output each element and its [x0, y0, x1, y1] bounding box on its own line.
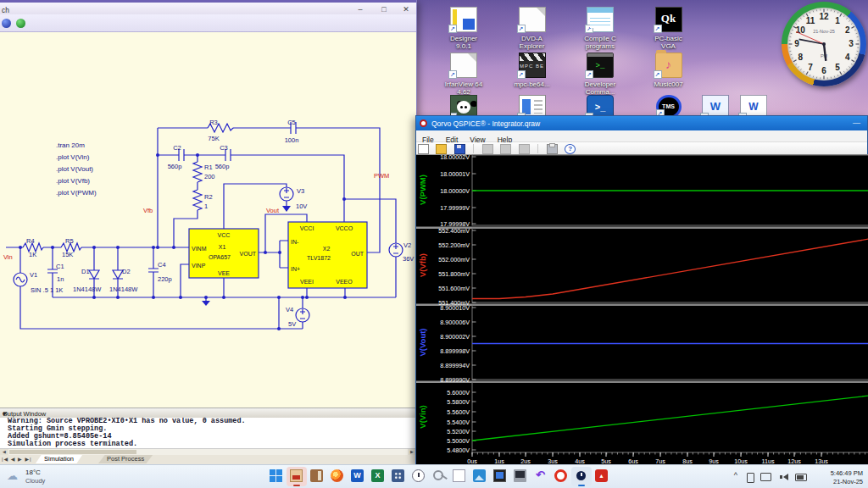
save-icon[interactable] [454, 144, 465, 154]
plot-ylabel-V(Vin): V(Vin) [418, 405, 427, 428]
output-window-header[interactable]: Output Window ▾ ✕ [0, 408, 416, 418]
output-hscrollbar[interactable]: ◀ ▶ [0, 448, 416, 455]
clock-number: 8 [798, 53, 804, 62]
taskbar-doc-button[interactable] [449, 467, 470, 486]
desktop-icon-music007[interactable]: ♪↗Music007 [638, 53, 699, 88]
close-output-icon[interactable]: ✕ [3, 410, 414, 418]
taskbar-word-button[interactable]: W [348, 467, 368, 486]
y-tick-label: 5.6000V [447, 389, 470, 396]
schematic-label: X1 [219, 244, 226, 250]
tray-chevron-icon[interactable]: ^ [734, 471, 737, 480]
clock-number: 2 [845, 25, 850, 35]
output-log[interactable]: Warning: Source VPROBE2•XI0•X1 has no va… [0, 418, 416, 448]
green-orb-icon[interactable] [16, 19, 25, 28]
taskbar-book-button[interactable] [307, 467, 327, 486]
schematic-label: X2 [323, 246, 331, 252]
taskbar-rdp-button[interactable] [510, 467, 531, 486]
photos-icon [473, 469, 486, 482]
desktop-icon-dvd-a[interactable]: ↗DVD-AExplorer [502, 7, 563, 50]
schematic-label: R2 [204, 193, 213, 201]
label-line: Compile C [570, 35, 631, 42]
label-line: Explorer [502, 42, 563, 50]
speaker-icon[interactable] [783, 474, 788, 480]
tray-clock[interactable]: 5:46:49 PM 21-Nov-25 [812, 469, 863, 486]
tab-nav-arrows[interactable]: |◀ ◀ ▶ ▶| [2, 456, 32, 462]
schematic-titlebar[interactable]: ch – □ ✕ [0, 0, 416, 14]
waveform-titlebar[interactable]: Qorvo QSPICE® - Integrator.qraw — [416, 116, 867, 130]
schematic-label: .plot V(Vout) [56, 165, 93, 173]
desktop-icon-developer[interactable]: >_↗DeveloperComma... [570, 53, 631, 96]
label-line: VGA [638, 42, 699, 50]
blue-orb-icon[interactable] [2, 19, 11, 28]
taskbar-qsch-button[interactable] [287, 467, 307, 486]
schematic-label: D1 [81, 268, 90, 275]
taskbar-oprd-button[interactable] [551, 467, 571, 486]
qspice-logo-icon [420, 119, 427, 127]
toolbar-separator [537, 144, 538, 153]
taskbar-calc-button[interactable] [388, 467, 409, 486]
label-line: IrfanView 64 [433, 80, 494, 88]
taskbar: ☁ 18°C Cloudy WX↶▲ ^ 5:46:49 PM 21-Nov-2… [0, 464, 868, 488]
oprd-icon [554, 469, 567, 482]
y-tick-label: 5.4800V [447, 446, 470, 454]
output-line: Simulation process terminated. [0, 441, 416, 448]
schematic-canvas[interactable]: .tran 20m.plot V(Vin).plot V(Vout).plot … [0, 32, 416, 408]
clock-number: 6 [821, 66, 826, 75]
schematic-label: R4 [26, 237, 35, 245]
schematic-label: 100n [285, 136, 299, 144]
taskbar-acrobat-button[interactable]: ▲ [592, 467, 612, 486]
taskbar-undo-button[interactable]: ↶ [531, 467, 551, 486]
clock-number: 5 [835, 63, 840, 72]
taskbar-photos-button[interactable] [470, 467, 490, 486]
battery-icon[interactable] [795, 474, 807, 481]
qraw-icon [575, 469, 587, 482]
y-tick-label: 552.400mV [438, 227, 470, 235]
label-line: 9.0.1 [433, 42, 494, 50]
shortcut-arrow-icon: ↗ [585, 70, 593, 79]
desktop-icon-compile-c[interactable]: ↗Compile Cprograms [570, 7, 631, 50]
active-indicator [293, 485, 300, 486]
y-tick-label: 551.600mV [438, 285, 470, 292]
cut-icon[interactable] [482, 144, 493, 154]
scroll-thumb[interactable] [9, 450, 136, 454]
cloud-icon: ☁ [7, 469, 18, 482]
copy-icon[interactable] [500, 144, 511, 154]
temperature: 18°C [25, 469, 41, 476]
taskbar-start-button[interactable] [266, 467, 287, 486]
desktop-icon-mpc-be64-[interactable]: MPC BE↗mpc-be64... [502, 53, 563, 88]
schematic-label: 1 [204, 202, 208, 210]
tab-simulation[interactable]: Simulation [36, 455, 82, 463]
waveform-plots[interactable]: 18.00002V18.00001V18.00000V17.99999V17.9… [416, 154, 868, 465]
schematic-label: PWM [374, 172, 389, 180]
taskbar-excel-button[interactable]: X [368, 467, 388, 486]
schematic-label: TLV1872 [307, 255, 331, 261]
taskbar-clockapp-button[interactable] [409, 467, 429, 486]
taskbar-qraw-button[interactable] [571, 467, 592, 486]
schematic-label: 560p [168, 163, 182, 170]
plot-ylabel-V(Vfb): V(Vfb) [418, 253, 427, 277]
desktop-icon-designer[interactable]: ↗Designer9.0.1 [433, 7, 494, 50]
schematic-window: ch – □ ✕ .tran 20m.plot V(Vin).plot V(Vo… [0, 0, 417, 464]
print-icon[interactable] [547, 144, 558, 154]
waveform-minimize-button[interactable]: — [853, 119, 860, 127]
schematic-toolbar [0, 14, 416, 32]
display-icon[interactable] [760, 473, 771, 481]
schematic-label: 10V [296, 202, 307, 210]
new-file-icon[interactable] [418, 144, 429, 154]
help-icon[interactable]: ? [565, 144, 576, 154]
label-line: Developer [570, 80, 631, 88]
desktop-icon-irfanview-64[interactable]: ↗IrfanView 644.62 [433, 53, 494, 96]
page-icon: ↗ [450, 53, 477, 78]
calc-icon [392, 469, 404, 482]
tab-post-process[interactable]: Post Process [98, 455, 153, 463]
taskbar-monitor-button[interactable] [490, 467, 510, 486]
taskbar-firefox-button[interactable] [327, 467, 348, 486]
desktop-icon-pc-basic[interactable]: Qk↗PC-basicVGA [638, 7, 699, 50]
open-file-icon[interactable] [436, 144, 447, 154]
designer-icon: ↗ [450, 7, 477, 32]
desktop-icon-label: Designer9.0.1 [433, 35, 494, 50]
usb-icon[interactable] [747, 473, 754, 483]
taskbar-key-button[interactable] [429, 467, 449, 486]
scroll-left-icon[interactable]: ◀ [0, 449, 8, 455]
paste-icon[interactable] [519, 144, 530, 154]
